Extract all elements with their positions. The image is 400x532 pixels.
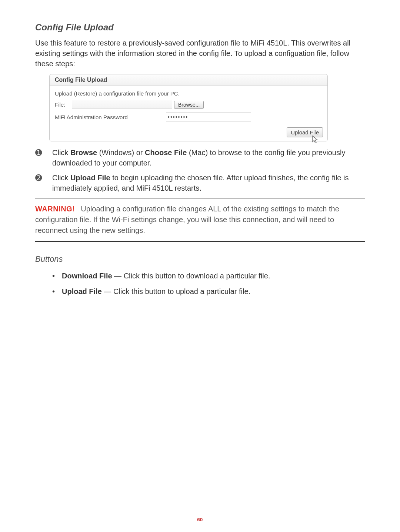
step-2: ➋ Click Upload File to begin uploading t…	[35, 173, 365, 193]
step-1: ➊ Click Browse (Windows) or Choose File …	[35, 147, 365, 168]
browse-button[interactable]: Browse...	[174, 101, 204, 109]
steps-list: ➊ Click Browse (Windows) or Choose File …	[35, 147, 365, 193]
step-bold: Browse	[70, 148, 97, 157]
list-item: Download File — Click this button to dow…	[52, 271, 365, 281]
step-text: (Windows) or	[97, 148, 145, 157]
file-label: File:	[55, 101, 72, 108]
step-bold: Upload File	[70, 174, 110, 182]
button-name: Download File	[62, 272, 112, 280]
step-marker: ➊	[35, 147, 52, 168]
step-text: Click	[52, 148, 70, 157]
config-upload-panel: Config File Upload Upload (Restore) a co…	[49, 74, 328, 141]
panel-description: Upload (Restore) a configuration file fr…	[55, 90, 322, 97]
panel-title: Config File Upload	[50, 74, 327, 86]
warning-block: WARNING!Uploading a configuration file c…	[35, 203, 365, 237]
intro-paragraph: Use this feature to restore a previously…	[35, 38, 365, 69]
section-heading: Config File Upload	[35, 22, 365, 33]
buttons-list: Download File — Click this button to dow…	[35, 271, 365, 297]
file-path-input[interactable]	[72, 100, 172, 109]
button-desc: — Click this button to upload a particul…	[102, 287, 250, 295]
step-marker: ➋	[35, 173, 52, 193]
list-item: Upload File — Click this button to uploa…	[52, 286, 365, 297]
cursor-icon	[312, 135, 319, 144]
step-bold: Choose File	[145, 148, 187, 157]
page-number: 60	[0, 517, 400, 522]
password-input[interactable]: ••••••••	[166, 113, 251, 121]
divider	[35, 198, 365, 198]
step-text: Click	[52, 174, 70, 182]
warning-text: Uploading a configuration file changes A…	[35, 205, 339, 234]
divider	[35, 241, 365, 242]
buttons-heading: Buttons	[35, 254, 365, 264]
button-desc: — Click this button to download a partic…	[112, 272, 270, 280]
password-label: MiFi Administration Password	[55, 114, 166, 120]
button-name: Upload File	[62, 287, 102, 295]
warning-label: WARNING!	[35, 205, 75, 213]
